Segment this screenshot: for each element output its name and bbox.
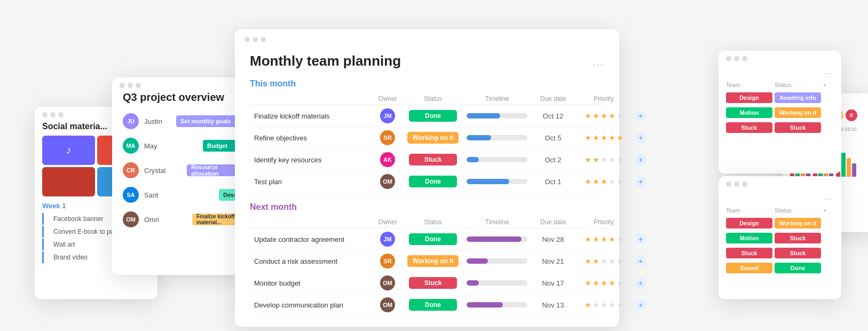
q3-name-0: Justin — [144, 117, 171, 125]
q3-avatar-4: OM — [123, 211, 139, 227]
rw1-team-0: Design — [726, 92, 772, 103]
add-btn-tm-0[interactable]: + — [635, 110, 646, 122]
stars-tm-1: ★★★★★ — [574, 133, 633, 142]
nth-priority: Priority — [574, 218, 633, 226]
dot-1 — [726, 182, 731, 187]
next-month-header: Next month — [250, 202, 604, 212]
timeline-nm-2 — [467, 280, 527, 286]
task-row-nm-3: Develop communication plan OM Done Nov 1… — [250, 294, 604, 316]
rw2-row-1: Motion Stuck — [719, 231, 841, 246]
task-name-tm-1: Refine objectives — [254, 134, 372, 142]
q3-name-3: Sarit — [144, 191, 171, 199]
th-status: Status — [404, 95, 462, 103]
avatar-tm-0: JM — [380, 108, 395, 123]
status-nm-2: Stuck — [409, 277, 457, 289]
social-img-1: ♪ — [42, 136, 95, 165]
rw1-header: Team Status + — [719, 80, 841, 90]
nth-due: Due date — [532, 218, 574, 226]
social-img-3 — [42, 167, 95, 196]
rw2-header: Team Status + — [719, 205, 841, 216]
chart-bar-2-1 — [841, 153, 846, 177]
rw2-row-3: Sound Done — [719, 261, 841, 275]
rw1-col-status: Status — [775, 82, 823, 88]
rw2-team-1: Motion — [726, 233, 772, 243]
task-name-nm-2: Monitor budget — [254, 279, 372, 287]
add-btn-tm-1[interactable]: + — [635, 132, 646, 144]
status-nm-0: Done — [409, 233, 457, 245]
more-icon[interactable]: ... — [593, 57, 604, 68]
avatar-nm-1: SR — [380, 254, 395, 269]
status-nm-1: Working on it — [407, 255, 459, 267]
status-tm-0: Done — [409, 110, 457, 122]
timeline-nm-1 — [467, 258, 527, 264]
rw1-team-1: Motion — [726, 107, 772, 118]
rw2-row-0: Design Working on it — [719, 216, 841, 231]
stars-nm-0: ★★★★★ — [574, 235, 633, 243]
rw1-dots — [719, 51, 841, 65]
q3-avatar-2: CR — [123, 162, 139, 178]
task-row-tm-1: Refine objectives SR Working on it Oct 5… — [250, 127, 604, 149]
timeline-nm-0 — [467, 237, 527, 242]
status-nm-3: Done — [409, 299, 457, 311]
dot-red — [42, 112, 48, 117]
chart-bar-2-3 — [852, 163, 856, 177]
th-priority: Priority — [574, 95, 633, 103]
avatar-tm-2: AK — [380, 152, 395, 167]
status-tm-1: Working on it — [407, 132, 459, 144]
q3-avatar-1: MA — [123, 138, 139, 154]
due-tm-0: Oct 12 — [532, 112, 574, 120]
chart-bar-2-2 — [847, 158, 851, 177]
task-name-tm-2: Identify key resources — [254, 156, 372, 164]
right-window-2: ··· Team Status + Design Working on it M… — [719, 176, 841, 299]
avatar-tm-3: OM — [380, 174, 395, 189]
due-nm-0: Nov 28 — [532, 235, 574, 243]
task-row-tm-0: Finalize kickoff materials JM Done Oct 1… — [250, 105, 604, 127]
add-btn-tm-2[interactable]: + — [635, 154, 646, 165]
add-btn-nm-1[interactable]: + — [635, 255, 646, 267]
dot-1 — [244, 37, 250, 42]
this-month-table-header: Owner Status Timeline Due date Priority — [250, 93, 604, 105]
add-btn-nm-0[interactable]: + — [635, 233, 646, 245]
rw2-team-0: Design — [726, 218, 772, 228]
rw2-more[interactable]: ··· — [719, 190, 841, 205]
task-row-tm-2: Identify key resources AK Stuck Oct 2 ★★… — [250, 149, 604, 171]
rw2-row-2: Stuck Stuck — [719, 246, 841, 261]
due-tm-2: Oct 2 — [532, 156, 574, 164]
avatar-nm-3: OM — [380, 297, 395, 312]
timeline-tm-3 — [467, 179, 527, 184]
rw2-status-2: Stuck — [775, 248, 821, 258]
avatar-nm-0: JM — [380, 232, 395, 247]
add-btn-nm-3[interactable]: + — [635, 299, 646, 311]
frw-avatar-4: E — [846, 109, 857, 121]
dot-3 — [742, 56, 747, 61]
task-name-nm-0: Update contractor agreement — [254, 235, 372, 243]
rw2-status-1: Stuck — [775, 233, 821, 243]
rw1-status-2: Stuck — [775, 122, 821, 133]
due-nm-2: Nov 17 — [532, 279, 574, 287]
q3-name-1: May — [144, 142, 171, 150]
nth-owner: Owner — [372, 218, 404, 226]
task-name-nm-3: Develop communication plan — [254, 301, 372, 309]
q3-avatar-0: JU — [123, 113, 139, 129]
add-btn-tm-3[interactable]: + — [635, 176, 646, 187]
rw1-col-team: Team — [726, 82, 775, 88]
dot-2 — [734, 182, 739, 187]
rw2-add[interactable]: + — [823, 207, 834, 214]
rw1-status-0: Awaiting info — [775, 92, 821, 103]
scene: Social materia... ♪ ▶ Week 1 Facebook ba… — [0, 0, 868, 331]
task-row-nm-1: Conduct a risk assessment SR Working on … — [250, 250, 604, 272]
dot-3 — [742, 182, 747, 187]
q3-bar-0: Set monthly goals — [176, 115, 240, 127]
q3-name-2: Crystal — [144, 167, 171, 175]
nth-status: Status — [404, 218, 462, 226]
due-tm-3: Oct 1 — [532, 178, 574, 186]
dot-3 — [261, 37, 266, 42]
stars-tm-3: ★★★★★ — [574, 177, 633, 186]
add-btn-nm-2[interactable]: + — [635, 277, 646, 289]
main-title: Monthly team planning — [250, 53, 604, 69]
timeline-tm-0 — [467, 113, 527, 119]
task-name-tm-3: Test plan — [254, 178, 372, 186]
rw1-add[interactable]: + — [823, 82, 834, 88]
rw1-more[interactable]: ··· — [719, 65, 841, 80]
rw2-col-team: Team — [726, 207, 775, 214]
